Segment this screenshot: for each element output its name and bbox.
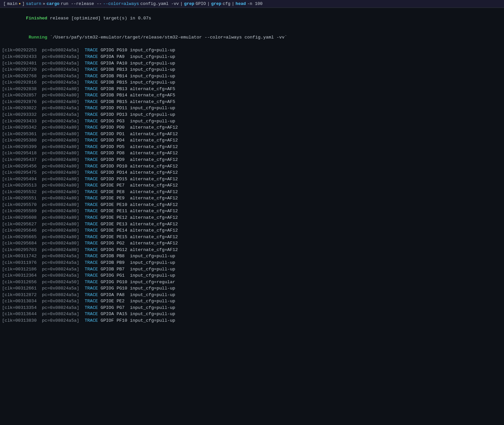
head-arg: -n 100 xyxy=(247,1,263,6)
grep-arg2: cfg xyxy=(223,1,230,6)
trace-line: [clk=00312661 pc=0x08024a5a] TRACE GPIOG… xyxy=(1,285,503,292)
trace-keyword: TRACE xyxy=(85,273,98,278)
trace-line: [clk=00311742 pc=0x08024a5a] TRACE GPIOB… xyxy=(1,253,503,260)
trace-content: GPIOA PA10 input_cfg=pull-up xyxy=(101,61,175,66)
trace-line: [clk=00292838 pc=0x08024a80] TRACE GPIOB… xyxy=(1,86,503,92)
trace-content: GPIOA PA8 input_cfg=pull-up xyxy=(101,292,175,297)
trace-content: GPIOA PA15 input_cfg=pull-up xyxy=(101,312,175,316)
tab-name[interactable]: main xyxy=(7,1,17,6)
trace-line: [clk=00292816 pc=0x08024a5a] TRACE GPIOB… xyxy=(1,79,503,86)
trace-keyword: TRACE xyxy=(85,299,98,304)
clk-pc: [clk=00295665 pc=0x08024a80] xyxy=(2,235,79,239)
trace-content: GPIOB PB8 input_cfg=pull-up xyxy=(101,254,175,259)
cargo-cmd: cargo xyxy=(46,1,59,6)
trace-line: [clk=00293022 pc=0x08024a5a] TRACE GPIOD… xyxy=(1,105,503,112)
trace-content: GPIOB PB14 alternate_cfg=AF5 xyxy=(101,93,175,98)
running-line: Running `/Users/pafy/stm32-emulator/targ… xyxy=(1,28,503,47)
trace-line: [clk=00295399 pc=0x08024a80] TRACE GPIOD… xyxy=(1,144,503,150)
trace-line: [clk=00295627 pc=0x08024a80] TRACE GPIOE… xyxy=(1,221,503,228)
trace-content: GPIOG PG1 input_cfg=pull-up xyxy=(101,273,175,278)
clk-pc: [clk=00295608 pc=0x08024a80] xyxy=(2,215,79,220)
config-args: config.yaml -vv xyxy=(140,1,179,6)
clk-pc: [clk=00295570 pc=0x08024a80] xyxy=(2,202,79,207)
trace-line: [clk=00295570 pc=0x08024a80] TRACE GPIOE… xyxy=(1,202,503,208)
clk-pc: [clk=00312872 pc=0x08024a5a] xyxy=(2,292,79,297)
trace-content: GPIOG PG10 input_cfg=pull-up xyxy=(101,48,175,53)
clk-pc: [clk=00295627 pc=0x08024a80] xyxy=(2,222,79,227)
clk-pc: [clk=00292720 pc=0x08024a5a] xyxy=(2,67,79,72)
bracket-close: ] xyxy=(22,1,25,6)
trace-line: [clk=00295646 pc=0x08024a80] TRACE GPIOE… xyxy=(1,227,503,234)
clk-pc: [clk=00295418 pc=0x08024a80] xyxy=(2,151,79,156)
trace-keyword: TRACE xyxy=(85,151,98,156)
trace-content: GPIOG PG12 alternate_cfg=AF12 xyxy=(101,247,178,252)
trace-content: GPIOG PG7 input_cfg=pull-up xyxy=(101,305,175,310)
clk-pc: [clk=00312661 pc=0x08024a5a] xyxy=(2,286,79,291)
clk-pc: [clk=00295684 pc=0x08024a80] xyxy=(2,241,79,246)
trace-line: [clk=00311976 pc=0x08024a5a] TRACE GPIOB… xyxy=(1,260,503,266)
clk-pc: [clk=00295494 pc=0x08024a80] xyxy=(2,177,79,182)
running-label: Running xyxy=(18,35,47,40)
trace-content: GPIOG PG10 input_cfg=pull-up xyxy=(101,286,175,291)
trace-keyword: TRACE xyxy=(85,280,98,285)
trace-line: [clk=00295456 pc=0x08024a80] TRACE GPIOD… xyxy=(1,163,503,170)
trace-content: GPIOB PB7 input_cfg=pull-up xyxy=(101,267,175,272)
clk-pc: [clk=00295646 pc=0x08024a80] xyxy=(2,228,79,233)
clk-pc: [clk=00311742 pc=0x08024a5a] xyxy=(2,254,79,259)
trace-keyword: TRACE xyxy=(85,209,98,213)
trace-line: [clk=00312872 pc=0x08024a5a] TRACE GPIOA… xyxy=(1,292,503,298)
trace-keyword: TRACE xyxy=(85,48,98,53)
trace-content: GPIOB PB14 input_cfg=pull-up xyxy=(101,74,175,79)
clk-pc: [clk=00295532 pc=0x08024a80] xyxy=(2,189,79,194)
clk-pc: [clk=00313644 pc=0x08024a5a] xyxy=(2,312,79,316)
clk-pc: [clk=00312364 pc=0x08024a5a] xyxy=(2,273,79,278)
trace-line: [clk=00295494 pc=0x08024a80] TRACE GPIOD… xyxy=(1,176,503,183)
clk-pc: [clk=00293332 pc=0x08024a5a] xyxy=(2,112,79,117)
trace-keyword: TRACE xyxy=(85,215,98,220)
trace-content: GPIOF PF10 input_cfg=pull-up xyxy=(101,318,175,323)
trace-content: GPIOB PB15 input_cfg=pull-up xyxy=(101,80,175,85)
trace-content: GPIOG PG3 input_cfg=pull-up xyxy=(101,119,175,124)
pipe1: | xyxy=(180,1,183,6)
clk-pc: [clk=00295361 pc=0x08024a80] xyxy=(2,132,79,137)
title-bar: [main●] saturn » cargo run --release -- … xyxy=(0,0,504,8)
trace-line: [clk=00292720 pc=0x08024a5a] TRACE GPIOB… xyxy=(1,66,503,73)
trace-content: GPIOA PA9 input_cfg=pull-up xyxy=(101,54,175,59)
status-dot: ● xyxy=(19,2,21,6)
trace-keyword: TRACE xyxy=(85,292,98,297)
clk-pc: [clk=00295513 pc=0x08024a80] xyxy=(2,183,79,188)
trace-content: GPIOE PE10 alternate_cfg=AF12 xyxy=(101,202,178,207)
trace-content: GPIOE PE2 input_cfg=pull-up xyxy=(101,299,175,304)
trace-keyword: TRACE xyxy=(85,99,98,104)
trace-content: GPIOD PD14 alternate_cfg=AF12 xyxy=(101,170,178,175)
trace-keyword: TRACE xyxy=(85,318,98,323)
trace-line: [clk=00313034 pc=0x08024a5a] TRACE GPIOE… xyxy=(1,298,503,305)
trace-output: [clk=00292253 pc=0x08024a5a] TRACE GPIOG… xyxy=(1,47,503,324)
trace-line: [clk=00295608 pc=0x08024a80] TRACE GPIOE… xyxy=(1,214,503,221)
trace-content: GPIOB PB9 input_cfg=pull-up xyxy=(101,260,175,265)
clk-pc: [clk=00295437 pc=0x08024a80] xyxy=(2,157,79,162)
trace-keyword: TRACE xyxy=(85,312,98,316)
clk-pc: [clk=00312186 pc=0x08024a5a] xyxy=(2,267,79,272)
trace-keyword: TRACE xyxy=(85,157,98,162)
trace-keyword: TRACE xyxy=(85,132,98,137)
trace-keyword: TRACE xyxy=(85,138,98,143)
trace-keyword: TRACE xyxy=(85,112,98,117)
trace-content: GPIOE PE14 alternate_cfg=AF12 xyxy=(101,228,178,233)
trace-line: [clk=00295342 pc=0x08024a80] TRACE GPIOD… xyxy=(1,124,503,131)
clk-pc: [clk=00293433 pc=0x08024a5a] xyxy=(2,119,79,124)
trace-content: GPIOB PB13 input_cfg=pull-up xyxy=(101,67,175,72)
trace-line: [clk=00292481 pc=0x08024a5a] TRACE GPIOA… xyxy=(1,60,503,67)
trace-keyword: TRACE xyxy=(85,241,98,246)
clk-pc: [clk=00295551 pc=0x08024a80] xyxy=(2,196,79,201)
trace-keyword: TRACE xyxy=(85,196,98,201)
trace-line: [clk=00295437 pc=0x08024a80] TRACE GPIOD… xyxy=(1,157,503,163)
trace-keyword: TRACE xyxy=(85,222,98,227)
trace-line: [clk=00312186 pc=0x08024a5a] TRACE GPIOB… xyxy=(1,266,503,273)
clk-pc: [clk=00313034 pc=0x08024a5a] xyxy=(2,299,79,304)
trace-keyword: TRACE xyxy=(85,235,98,239)
trace-line: [clk=00295361 pc=0x08024a80] TRACE GPIOD… xyxy=(1,131,503,138)
trace-line: [clk=00292433 pc=0x08024a5a] TRACE GPIOA… xyxy=(1,54,503,60)
clk-pc: [clk=00292481 pc=0x08024a5a] xyxy=(2,61,79,66)
trace-content: GPIOE PE8 alternate_cfg=AF12 xyxy=(101,189,178,194)
